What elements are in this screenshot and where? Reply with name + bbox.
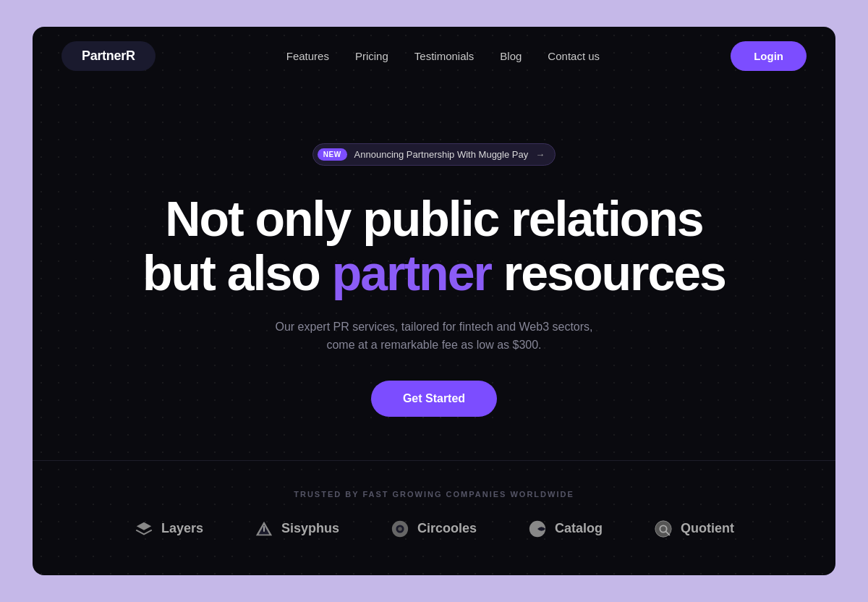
nav-link-features[interactable]: Features xyxy=(286,50,329,62)
hero-title-line1: Not only public relations xyxy=(165,191,702,246)
page-wrapper: PartnerR Features Pricing Testimonials B… xyxy=(33,27,835,575)
hero-section: NEW Announcing Partnership With Muggle P… xyxy=(33,85,835,460)
company-quotient: Quotient xyxy=(653,519,734,539)
circooles-icon xyxy=(390,519,410,539)
nav-brand-wrapper: PartnerR xyxy=(61,41,156,71)
hero-title-line2-before: but also xyxy=(142,245,332,300)
company-catalog: Catalog xyxy=(527,519,603,539)
nav-item-testimonials[interactable]: Testimonials xyxy=(414,50,475,63)
company-circooles: Circooles xyxy=(390,519,477,539)
nav-link-contact[interactable]: Contact us xyxy=(548,50,600,62)
nav-item-blog[interactable]: Blog xyxy=(500,50,522,63)
trusted-label: TRUSTED BY FAST GROWING COMPANIES WORLDW… xyxy=(61,490,807,499)
login-button[interactable]: Login xyxy=(731,41,807,71)
layers-name: Layers xyxy=(161,521,203,536)
catalog-name: Catalog xyxy=(555,521,603,536)
badge-announcement-text: Announcing Partnership With Muggle Pay xyxy=(354,149,529,160)
layers-icon xyxy=(134,519,154,539)
hero-title-after: resources xyxy=(491,245,726,300)
nav-links: Features Pricing Testimonials Blog Conta… xyxy=(286,50,600,63)
badge-arrow-icon: → xyxy=(535,149,545,160)
company-layers: Layers xyxy=(134,519,203,539)
svg-point-5 xyxy=(398,527,402,531)
sisyphus-name: Sisyphus xyxy=(281,521,339,536)
company-sisyphus: Sisyphus xyxy=(254,519,339,539)
nav-link-blog[interactable]: Blog xyxy=(500,50,522,62)
nav-link-pricing[interactable]: Pricing xyxy=(355,50,388,62)
get-started-button[interactable]: Get Started xyxy=(371,381,497,417)
announcement-badge[interactable]: NEW Announcing Partnership With Muggle P… xyxy=(312,143,556,166)
hero-title: Not only public relations but also partn… xyxy=(61,192,807,300)
nav-item-contact[interactable]: Contact us xyxy=(548,50,600,63)
badge-new-label: NEW xyxy=(318,148,347,161)
navbar: PartnerR Features Pricing Testimonials B… xyxy=(33,27,835,85)
hero-title-purple: partner xyxy=(332,245,491,300)
hero-subtitle: Our expert PR services, tailored for fin… xyxy=(268,318,600,355)
catalog-icon xyxy=(527,519,548,539)
circooles-name: Circooles xyxy=(417,521,477,536)
nav-item-features[interactable]: Features xyxy=(286,50,329,63)
company-logos: Layers Sisyphus xyxy=(61,519,807,539)
sisyphus-icon xyxy=(254,519,274,539)
quotient-name: Quotient xyxy=(681,521,734,536)
nav-item-pricing[interactable]: Pricing xyxy=(355,50,388,63)
nav-brand: PartnerR xyxy=(82,48,135,63)
nav-link-testimonials[interactable]: Testimonials xyxy=(414,50,475,62)
trusted-section: TRUSTED BY FAST GROWING COMPANIES WORLDW… xyxy=(33,460,835,575)
quotient-icon xyxy=(653,519,673,539)
